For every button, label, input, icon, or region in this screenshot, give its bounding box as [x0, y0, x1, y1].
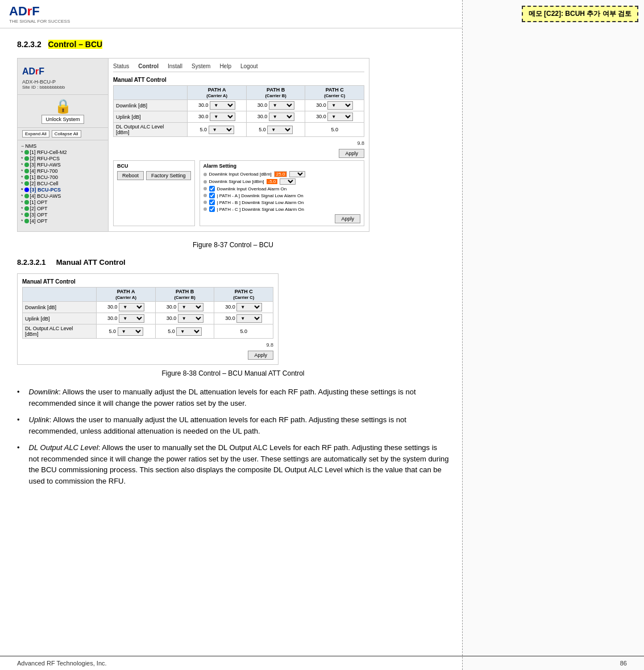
lock-icon: 🔒 [22, 98, 103, 114]
logo-tagline: THE SIGNAL FOR SUCCESS [9, 19, 70, 24]
sim-nav: Status Control Install System Help Logou… [113, 63, 364, 72]
att2-composite-value: 9.8 [22, 342, 273, 348]
tree-item[interactable]: * [1] BCU-700 [21, 174, 105, 180]
tree-item[interactable]: * [3] OPT [21, 212, 105, 218]
bcu-buttons: Reboot Factory Setting [117, 171, 191, 180]
att2-col-path-a: PATH A(Carrier A) [97, 288, 156, 302]
unlock-button[interactable]: Unlock System [41, 115, 84, 124]
tree-item[interactable]: * [4] OPT [21, 218, 105, 224]
figure37-caption: Figure 8-37 Control – BCU [17, 241, 449, 249]
att2-alc-c: 5.0 [214, 324, 273, 339]
alarm-checkbox-1[interactable] [209, 186, 215, 192]
alarm-dot-cb2 [203, 194, 207, 197]
downlink-path-c: 30.0 ▼ [305, 100, 364, 111]
tree-item[interactable]: * [3] RFU-AWS [21, 162, 105, 168]
att2-dl-a: 30.0 ▼ [97, 302, 156, 313]
dl-alc-path-b: 5.0 ▼ [246, 123, 305, 137]
reboot-button[interactable]: Reboot [117, 171, 144, 180]
tree-item[interactable]: * [2] OPT [21, 206, 105, 211]
tree-item[interactable]: * [4] BCU-AWS [21, 193, 105, 199]
att-apply-row: Apply [113, 148, 364, 158]
uplink-path-c: 30.0 ▼ [305, 111, 364, 123]
att2-alc-label: DL Output ALC Level[dBm] [23, 324, 97, 339]
alarm-row-cb1: Downlink Input Overload Alarm On [203, 186, 360, 192]
logo: ADrF THE SIGNAL FOR SUCCESS [9, 4, 70, 24]
tree-item[interactable]: * [1] RFU-Cell-M2 [21, 149, 105, 155]
dl-signal-low-label: Downlink Signal Low [dBm] [209, 179, 264, 184]
att2-dl-a-dropdown[interactable]: ▼ [119, 303, 144, 311]
att2-ul-b: 30.0 ▼ [155, 313, 214, 324]
nav-install[interactable]: Install [168, 63, 182, 69]
downlink-label: Downlink [dB] [114, 100, 188, 111]
uplink-path-a-dropdown[interactable]: ▼ [210, 113, 235, 121]
nav-help[interactable]: Help [219, 63, 231, 69]
att-apply-button[interactable]: Apply [339, 149, 364, 158]
bcu-alarm-section: BCU Reboot Factory Setting Alarm Setting… [113, 160, 364, 226]
att2-apply-button[interactable]: Apply [248, 351, 273, 360]
att2-ul-a-dropdown[interactable]: ▼ [119, 314, 144, 323]
downlink-path-a-dropdown[interactable]: ▼ [210, 101, 235, 110]
att2-alc-a-dropdown[interactable]: ▼ [118, 327, 143, 336]
uplink-path-b: 30.0 ▼ [246, 111, 305, 123]
dl-alc-path-b-dropdown[interactable]: ▼ [267, 126, 293, 134]
alarm-row-dl-overload: Downlink Input Overload [dBm] 25.0 ▼ [203, 171, 360, 177]
uplink-path-a: 30.0 ▼ [188, 111, 247, 123]
att2-table: PATH A(Carrier A) PATH B(Carrier B) PATH… [22, 287, 273, 339]
tree-item[interactable]: * [1] OPT [21, 199, 105, 205]
dl-alc-path-a-dropdown[interactable]: ▼ [209, 126, 234, 134]
nav-system[interactable]: System [192, 63, 210, 69]
tree-item[interactable]: * [4] RFU-700 [21, 168, 105, 174]
sim-device-name: ADX-H-BCU-P [22, 79, 103, 85]
sim-lock-area: 🔒 Unlock System [18, 95, 108, 128]
tree-item[interactable]: * [2] RFU-PCS [21, 156, 105, 161]
table-row: DL Output ALC Level[dBm] 5.0 ▼ 5.0 ▼ 5.0 [23, 324, 273, 339]
factory-setting-button[interactable]: Factory Setting [146, 171, 191, 180]
dl-overload-dropdown[interactable]: ▼ [289, 171, 305, 177]
att2-dl-c: 30.0 ▼ [214, 302, 273, 313]
att2-ul-c-dropdown[interactable]: ▼ [236, 314, 262, 323]
sim-sidebar: ADrF ADX-H-BCU-P Site ID : bbbbbbbbbb 🔒 … [18, 59, 109, 231]
nav-control[interactable]: Control [138, 63, 159, 69]
alarm-row-cb4: | PATH - C ] Downlink Signal Low Alarm O… [203, 206, 360, 212]
tree-item[interactable]: * [3] BCU-PCS [21, 187, 105, 193]
att2-alc-b-dropdown[interactable]: ▼ [176, 327, 202, 336]
att-control-table: PATH A(Carrier A) PATH B(Carrier B) PATH… [113, 85, 364, 137]
sim-logo: ADrF [22, 66, 103, 77]
att2-dl-b-dropdown[interactable]: ▼ [178, 303, 203, 311]
att-col-path-c: PATH C(Carrier C) [305, 86, 364, 100]
table-row: DL Output ALC Level[dBm] 5.0 ▼ 5.0 ▼ 5.0 [114, 123, 364, 137]
dl-signal-low-dropdown[interactable]: ▼ [280, 178, 296, 185]
alarm-apply-button[interactable]: Apply [335, 214, 360, 223]
main-content: 8.2.3.2 Control – BCU ADrF ADX-H-BCU-P S… [0, 28, 466, 505]
bcu-title: BCU [117, 163, 191, 169]
att2-ul-b-dropdown[interactable]: ▼ [178, 314, 203, 323]
alarm-cb1-label: Downlink Input Overload Alarm On [217, 186, 287, 192]
bullet-dl-alc-text: DL Output ALC Level: Allows the user to … [29, 442, 449, 486]
alarm-dot-cb3 [203, 201, 207, 204]
bullet-dl-alc: DL Output ALC Level: Allows the user to … [17, 442, 449, 486]
att2-alc-b: 5.0 ▼ [155, 324, 214, 339]
nav-status[interactable]: Status [113, 63, 129, 69]
downlink-path-b-dropdown[interactable]: ▼ [269, 101, 294, 110]
sim-main: Status Control Install System Help Logou… [109, 59, 369, 231]
bullet-downlink: Downlink: Allows the user to manually ad… [17, 386, 449, 409]
downlink-path-c-dropdown[interactable]: ▼ [327, 101, 353, 110]
alarm-checkbox-3[interactable] [209, 199, 215, 205]
sim-logo-area: ADrF ADX-H-BCU-P Site ID : bbbbbbbbbb [18, 63, 108, 95]
uplink-path-c-dropdown[interactable]: ▼ [327, 113, 353, 121]
collapse-all-button[interactable]: Collapse All [52, 130, 81, 138]
att2-dl-c-dropdown[interactable]: ▼ [236, 303, 262, 311]
uplink-path-b-dropdown[interactable]: ▼ [269, 113, 294, 121]
alarm-checkbox-4[interactable] [209, 206, 215, 212]
nav-logout[interactable]: Logout [240, 63, 258, 69]
bullet-downlink-text: Downlink: Allows the user to manually ad… [29, 386, 449, 409]
expand-all-button[interactable]: Expand All [22, 130, 49, 138]
alarm-checkbox-2[interactable] [209, 193, 215, 198]
bcu-box: BCU Reboot Factory Setting [113, 160, 195, 226]
att-col-path-b: PATH B(Carrier B) [246, 86, 305, 100]
figure38-caption: Figure 8-38 Control – BCU Manual ATT Con… [17, 369, 449, 377]
table-row: Uplink [dB] 30.0 ▼ 30.0 ▼ 30.0 ▼ [23, 313, 273, 324]
att2-ul-c: 30.0 ▼ [214, 313, 273, 324]
tree-item[interactable]: * [2] BCU-Cell [21, 181, 105, 186]
sub-section-number: 8.2.3.2.1 [17, 258, 46, 267]
